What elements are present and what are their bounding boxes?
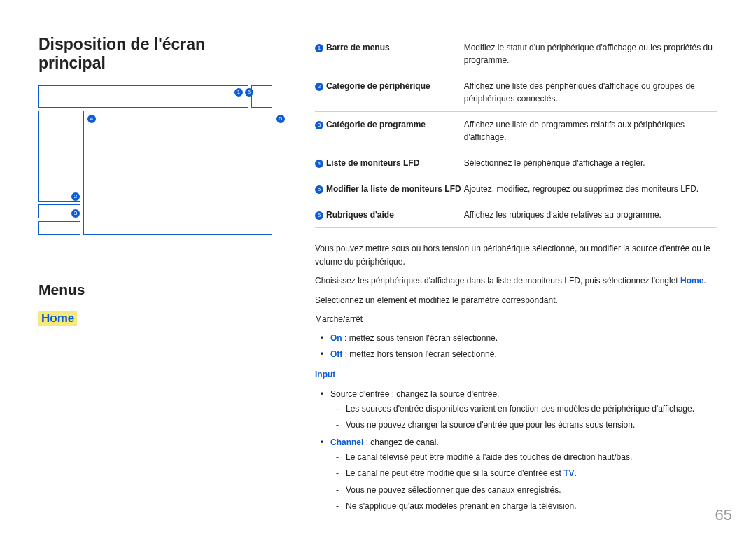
- list-item: Vous ne pouvez changer la source d'entré…: [346, 419, 718, 432]
- row-desc: Modifiez le statut d'un périphérique d'a…: [464, 35, 718, 73]
- diagram-box: [251, 85, 272, 108]
- right-column: 1Barre de menus Modifiez le statut d'un …: [315, 35, 718, 520]
- row-desc: Affichez les rubriques d'aide relatives …: [464, 202, 718, 228]
- desc-paragraph: Sélectionnez un élément et modifiez le p…: [315, 294, 718, 307]
- description-block: Vous pouvez mettre sous ou hors tension …: [315, 242, 718, 513]
- home-link: Home: [680, 276, 704, 286]
- row-label: Liste de moniteurs LFD: [326, 158, 419, 168]
- desc-paragraph: Vous pouvez mettre sous ou hors tension …: [315, 242, 718, 269]
- input-heading: Input: [315, 368, 718, 381]
- list-item: Source d'entrée : changez la source d'en…: [330, 388, 718, 433]
- layout-diagram: 1 6 5 4 2 3: [38, 85, 273, 260]
- num-badge: 3: [315, 121, 323, 129]
- marker-5: 5: [276, 115, 285, 123]
- marker-1: 1: [234, 88, 243, 97]
- menus-heading: Menus: [38, 281, 273, 298]
- input-list: Source d'entrée : changez la source d'en…: [315, 388, 718, 514]
- list-item: Le canal télévisé peut être modifié à l'…: [346, 451, 718, 464]
- table-row: 3Catégorie de programme Affichez une lis…: [315, 112, 718, 150]
- row-desc: Ajoutez, modifiez, regroupez ou supprime…: [464, 176, 718, 202]
- marker-2: 2: [71, 192, 80, 201]
- sub-list: Le canal télévisé peut être modifié à l'…: [330, 451, 718, 513]
- table-row: 6Rubriques d'aide Affichez les rubriques…: [315, 202, 718, 228]
- list-item: On : mettez sous tension l'écran sélecti…: [330, 332, 718, 345]
- list-item: Ne s'applique qu'aux modèles prenant en …: [346, 500, 718, 513]
- list-item: Off : mettez hors tension l'écran sélect…: [330, 348, 718, 361]
- page-number: 65: [715, 506, 732, 524]
- sub-list: Les sources d'entrée disponibles varient…: [330, 402, 718, 432]
- table-row: 5Modifier la liste de moniteurs LFD Ajou…: [315, 176, 718, 202]
- diagram-box: [38, 221, 80, 235]
- num-badge: 6: [315, 211, 323, 220]
- list-item: Le canal ne peut être modifié que si la …: [346, 467, 718, 480]
- list-item: Les sources d'entrée disponibles varient…: [346, 402, 718, 416]
- row-label: Barre de menus: [326, 43, 390, 52]
- num-badge: 5: [315, 185, 323, 194]
- page-content: Disposition de l'écran principal 1 6 5 4…: [38, 35, 718, 520]
- marker-6: 6: [245, 88, 253, 97]
- marker-3: 3: [71, 209, 80, 218]
- table-row: 1Barre de menus Modifiez le statut d'un …: [315, 35, 718, 73]
- desc-subheading: Marche/arrêt: [315, 313, 718, 326]
- desc-paragraph: Choisissez les périphériques d'affichage…: [315, 274, 718, 288]
- num-badge: 2: [315, 83, 323, 91]
- home-heading: Home: [38, 311, 77, 326]
- row-desc: Affichez une liste des périphériques d'a…: [464, 73, 718, 112]
- table-row: 4Liste de moniteurs LFD Sélectionnez le …: [315, 150, 718, 176]
- row-label: Modifier la liste de moniteurs LFD: [326, 184, 461, 194]
- reference-table: 1Barre de menus Modifiez le statut d'un …: [315, 35, 718, 228]
- list-item: Channel : changez de canal. Le canal tél…: [330, 436, 718, 513]
- num-badge: 1: [315, 44, 323, 52]
- table-row: 2Catégorie de périphérique Affichez une …: [315, 73, 718, 112]
- row-label: Catégorie de programme: [326, 120, 426, 129]
- marker-4: 4: [88, 115, 96, 123]
- row-desc: Affichez une liste de programmes relatif…: [464, 112, 718, 150]
- diagram-box: [38, 85, 248, 108]
- list-item: Vous ne pouvez sélectionner que des cana…: [346, 484, 718, 497]
- row-label: Rubriques d'aide: [326, 210, 394, 220]
- num-badge: 4: [315, 160, 323, 168]
- diagram-box: [83, 111, 272, 235]
- left-column: Disposition de l'écran principal 1 6 5 4…: [38, 35, 273, 520]
- power-list: On : mettez sous tension l'écran sélecti…: [315, 332, 718, 361]
- row-label: Catégorie de périphérique: [326, 81, 430, 91]
- diagram-box: [38, 111, 80, 202]
- page-title: Disposition de l'écran principal: [38, 35, 273, 73]
- row-desc: Sélectionnez le périphérique d'affichage…: [464, 150, 718, 176]
